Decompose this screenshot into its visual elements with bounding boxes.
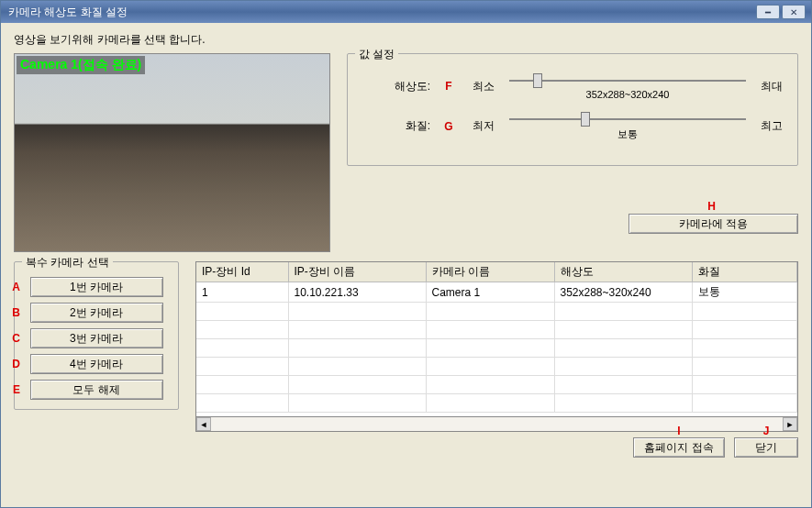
table-cell [554,358,692,376]
preview-image [15,54,329,251]
table-cell: 1 [196,282,288,303]
table-row[interactable] [196,339,797,358]
mid-row: 복수 카메라 선택 A1번 카메라B2번 카메라C3번 카메라D4번 카메라E모… [14,261,798,458]
app-window: 카메라 해상도 화질 설정 ━ ✕ 영상을 보기위해 카메라를 선택 합니다. … [0,0,812,508]
table-cell [196,394,288,413]
col-camera[interactable]: 카메라 이름 [426,262,554,282]
table-cell [692,394,797,413]
table-cell [554,339,692,358]
table-cell [426,358,554,376]
table-cell [196,376,288,394]
window-title: 카메라 해상도 화질 설정 [8,5,756,20]
table-cell [196,303,288,321]
table-cell [692,303,797,321]
table-cell [288,394,426,413]
camera-select-button-4[interactable]: 4번 카메라 [30,354,163,374]
instruction-text: 영상을 보기위해 카메라를 선택 합니다. [14,32,798,48]
apply-button[interactable]: 카메라에 적용 [628,214,798,234]
scroll-left-button[interactable]: ◄ [196,417,211,431]
table-cell [426,339,554,358]
table-cell [554,303,692,321]
table-cell [288,303,426,321]
table-cell [196,339,288,358]
camera-preview: Camera 1(접속 완료) [14,53,330,252]
quality-slider[interactable] [509,111,746,127]
multi-row: D4번 카메라 [24,354,169,374]
col-name[interactable]: IP-장비 이름 [288,262,426,282]
homepage-button[interactable]: 홈페이지 접속 [633,437,725,458]
camera-select-button-1[interactable]: 1번 카메라 [30,277,163,297]
settings-group: 값 설정 해상도: F 최소 352x288~320x240 최대 [347,53,798,166]
multi-camera-group: 복수 카메라 선택 A1번 카메라B2번 카메라C3번 카메라D4번 카메라E모… [14,261,179,410]
col-resolution[interactable]: 해상도 [554,262,692,282]
minimize-button[interactable]: ━ [756,5,780,19]
table-row[interactable] [196,358,797,376]
multi-row: C3번 카메라 [24,328,169,348]
marker-d: D [7,358,20,370]
marker-a: A [7,281,20,293]
camera-select-button-3[interactable]: 3번 카메라 [30,328,163,348]
table-cell: Camera 1 [426,282,554,303]
table-cell [288,376,426,394]
quality-label: 화질: [357,118,430,134]
multi-legend: 복수 카메라 선택 [22,255,113,271]
table-cell [196,358,288,376]
multi-row: A1번 카메라 [24,277,169,297]
quality-min-label: 최저 [467,118,500,134]
preview-status-label: Camera 1(접속 완료) [17,56,145,74]
multi-row: E모두 해제 [24,380,169,400]
marker-j: J [734,425,798,437]
marker-g: G [439,120,458,133]
table-cell [426,376,554,394]
titlebar: 카메라 해상도 화질 설정 ━ ✕ [1,1,811,23]
quality-max-label: 최고 [755,118,788,134]
table-cell [426,394,554,413]
table-row[interactable] [196,376,797,394]
table-cell [692,321,797,339]
close-dialog-button[interactable]: 닫기 [734,437,798,458]
table-row[interactable] [196,303,797,321]
resolution-thumb[interactable] [533,73,542,88]
resolution-value: 352x288~320x240 [509,89,746,100]
col-quality[interactable]: 화질 [692,262,797,282]
table-cell [196,321,288,339]
marker-e: E [7,383,20,396]
resolution-label: 해상도: [357,79,430,94]
table-row[interactable] [196,321,797,339]
quality-thumb[interactable] [581,112,590,127]
quality-value: 보통 [509,127,746,141]
table-cell: 보통 [692,282,797,303]
settings-legend: 값 설정 [355,47,398,62]
close-button[interactable]: ✕ [782,5,806,19]
marker-b: B [7,306,20,319]
table-cell: 352x288~320x240 [554,282,692,303]
table-row[interactable] [196,394,797,413]
table-area: IP-장비 Id IP-장비 이름 카메라 이름 해상도 화질 110.10.2… [195,261,798,458]
table-cell [554,394,692,413]
quality-row: 화질: G 최저 보통 최고 [357,111,788,141]
resolution-max-label: 최대 [755,79,788,94]
table-row[interactable]: 110.10.221.33Camera 1352x288~320x240보통 [196,282,797,303]
resolution-row: 해상도: F 최소 352x288~320x240 최대 [357,72,788,100]
table-cell [692,376,797,394]
table-cell [288,339,426,358]
camera-select-button-5[interactable]: 모두 해제 [30,380,163,400]
table-cell [692,358,797,376]
col-id[interactable]: IP-장비 Id [196,262,288,282]
table-cell [554,376,692,394]
multi-row: B2번 카메라 [24,303,169,323]
body: 영상을 보기위해 카메라를 선택 합니다. Camera 1(접속 완료) 값 … [1,23,811,507]
marker-c: C [7,332,20,345]
table-cell: 10.10.221.33 [288,282,426,303]
top-row: Camera 1(접속 완료) 값 설정 해상도: F 최소 [14,53,798,252]
camera-table: IP-장비 Id IP-장비 이름 카메라 이름 해상도 화질 110.10.2… [195,261,798,417]
table-cell [288,321,426,339]
resolution-min-label: 최소 [467,79,500,94]
bottom-buttons: I J 홈페이지 접속 닫기 [195,437,798,458]
resolution-slider[interactable] [509,72,746,89]
marker-f: F [439,80,458,93]
window-controls: ━ ✕ [756,5,806,19]
camera-select-button-2[interactable]: 2번 카메라 [30,303,163,323]
table-cell [288,358,426,376]
table-cell [426,303,554,321]
